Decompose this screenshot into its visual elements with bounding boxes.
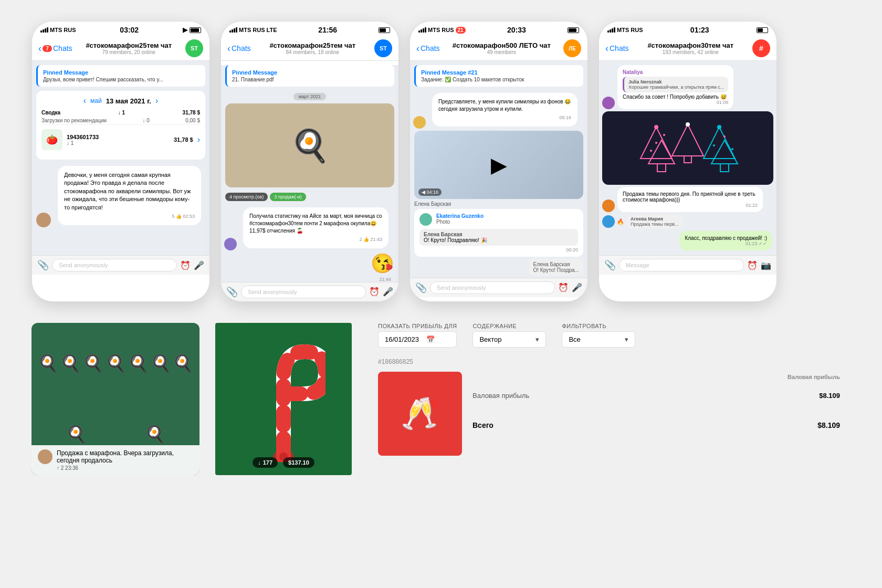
battery-bar-4 [757, 27, 768, 33]
chats-nav-4[interactable]: Chats [610, 44, 629, 52]
back-button-4[interactable]: ‹ Chats [605, 43, 629, 54]
time-2: 21:56 [318, 26, 337, 34]
attach-icon-3[interactable]: 📎 [415, 282, 427, 293]
views-pill-2: 4 просмотр.(ов) [225, 193, 268, 201]
msg-time-3: 00:20 [419, 247, 578, 253]
battery-3 [568, 27, 579, 33]
clock-icon-2[interactable]: ⏰ [369, 287, 380, 297]
reply-txt-3: О! Круто! Поздра... [533, 267, 580, 273]
filter-dropdown[interactable]: Все ▾ [562, 331, 635, 348]
reply-text-3: О! Круто! Поздравляю! 🎉 [424, 237, 574, 243]
chats-nav-3[interactable]: Chats [421, 44, 440, 52]
sales-pill-2: 3 продаж(-и) [270, 193, 306, 201]
chats-nav-label[interactable]: Chats [53, 44, 72, 52]
product-image-candy: ↓ 177 $137.10 [215, 323, 352, 475]
clock-icon-4[interactable]: ⏰ [747, 260, 758, 270]
content-dropdown[interactable]: Вектор ▾ [472, 331, 546, 348]
reply-time-4: 01:09 [623, 100, 728, 105]
time-4: 01:23 [690, 26, 709, 34]
caption-text: Продажа с марафона. Вчера загрузила, сег… [57, 449, 193, 464]
video-time-label: ◀ 04:16 [418, 188, 442, 196]
battery-bar [190, 27, 201, 33]
xmas-time: 01:22 [623, 203, 758, 208]
svg-point-12 [654, 125, 658, 129]
back-button-1[interactable]: ‹ 7 Chats [38, 43, 72, 54]
phone1-content: Pinned Message Друзья, всем привет! Спеш… [32, 61, 209, 255]
send-input-1[interactable]: Send anonymously [52, 259, 177, 271]
date-label-2: март 2021 [293, 93, 327, 100]
carrier-label: MTS RUS [50, 27, 76, 33]
stats-price-header: 31,78 $ [183, 110, 200, 116]
battery-area: ▶ [183, 26, 201, 34]
stats-details: Валовая прибыль Валовая прибыль $8.109 В… [472, 372, 840, 436]
egg-5: 🍳 [128, 353, 149, 373]
clock-icon-1[interactable]: ⏰ [180, 260, 191, 270]
egg-6: 🍳 [150, 353, 171, 373]
total-label: Всего [472, 421, 494, 429]
product-illustration: 🥂 [378, 372, 462, 456]
svg-marker-1 [648, 140, 675, 164]
phone-4: MTS RUS 01:23 ‹ Chats #стокомарафон30тем… [598, 21, 777, 302]
egg-9: 🍳 [144, 424, 165, 444]
mic-icon-2[interactable]: 🎤 [383, 287, 393, 297]
author-name: Елена Барская [414, 201, 451, 207]
pinned-banner-1[interactable]: Pinned Message Друзья, всем привет! Спеш… [36, 65, 205, 87]
fire-msg-text: Продажа темы перв... [631, 222, 678, 227]
likes-icon-2: 👍 [363, 237, 371, 242]
back-arrow-2: ‹ [227, 43, 230, 54]
egg-4: 🍳 [105, 353, 126, 373]
mic-icon-3[interactable]: 🎤 [572, 282, 582, 292]
attach-icon-2[interactable]: 📎 [226, 286, 238, 298]
message-text-1: Девочки, у меня сегодня самая крупная пр… [64, 171, 195, 212]
reply-name-3: Елена Барская [533, 261, 570, 267]
product-detail-arrow[interactable]: › [197, 135, 200, 144]
mic-icon-1[interactable]: 🎤 [194, 260, 204, 270]
next-month-icon[interactable]: › [155, 96, 158, 106]
download-count-pill: ↓ 177 [253, 457, 278, 468]
likes-count-1: 5 [172, 214, 174, 219]
stats-controls: ПОКАЗАТЬ ПРИБЫЛЬ ДЛЯ 16/01/2023 📅 СОДЕРЖ… [378, 323, 840, 348]
egg-7: 🍳 [172, 353, 193, 373]
caption-avatar [38, 449, 52, 464]
attach-icon-4[interactable]: 📎 [604, 259, 616, 271]
status-bar-3: MTS RUS 21 20:33 [410, 22, 587, 36]
product-id-1: 1943601733 [67, 134, 170, 140]
send-input-4[interactable]: Message [619, 259, 744, 271]
product-image-eggs: 🍳 🍳 🍳 🍳 🍳 🍳 🍳 🍳 🍳 Продажа с марафона. Вч… [32, 323, 200, 475]
back-button-3[interactable]: ‹ Chats [416, 43, 440, 54]
signal-icon-3 [418, 27, 426, 33]
chats-nav-2[interactable]: Chats [232, 44, 251, 52]
egg-3: 🍳 [82, 353, 103, 373]
date-picker-control[interactable]: 16/01/2023 📅 [378, 331, 457, 348]
attach-icon-1[interactable]: 📎 [37, 259, 49, 271]
camera-icon-4[interactable]: 📷 [761, 260, 771, 270]
stats-label-svodka: Сводка [41, 110, 60, 116]
clock-icon-3[interactable]: ⏰ [558, 282, 569, 292]
send-input-3[interactable]: Send anonymously [430, 281, 555, 294]
send-bar-3: 📎 Send anonymously ⏰ 🎤 [410, 278, 587, 297]
signal-icon-2 [229, 27, 237, 33]
pinned-banner-3[interactable]: Pinned Message #21 Задание: ✅ Создать 10… [414, 65, 583, 87]
product-id-panel: #186886825 [378, 358, 840, 365]
send-input-2[interactable]: Send anonymously [241, 286, 366, 298]
pinned-banner-2[interactable]: Pinned Message 21. Плавание.pdf [225, 65, 394, 87]
fire-quote-bubble: Агеева Мария Продажа темы перв... [626, 214, 682, 229]
back-arrow-4: ‹ [605, 43, 608, 54]
egg-1: 🍳 [37, 353, 58, 373]
phone-header-2: ‹ Chats #стокомарафон25тем чат 84 member… [221, 36, 398, 61]
filter-field: ФИЛЬТРОВАТЬ Все ▾ [562, 323, 635, 348]
gross-profit-val: $8.109 [819, 392, 840, 400]
task-meta: 09:16 [438, 114, 571, 121]
notification-badge-3: 21 [456, 27, 466, 34]
main-container: MTS RUS 03:02 ▶ ‹ 7 Chats #стоко [0, 0, 882, 496]
pinned-title-1: Pinned Message [43, 69, 200, 76]
final-reply-row: Елена Барская О! Круто! Поздра... [414, 259, 583, 276]
back-button-2[interactable]: ‹ Chats [227, 43, 251, 54]
svg-point-11 [731, 148, 733, 150]
prev-month-icon[interactable]: ‹ [83, 96, 86, 106]
chat-title-block-3: #стокомарафон500 ЛЕТО чат 49 members [444, 41, 559, 55]
carrier-3: MTS RUS [428, 27, 454, 33]
price-value: $137.10 [288, 459, 309, 466]
calendar-icon[interactable]: 📅 [426, 335, 435, 343]
msg-row-1: Девочки, у меня сегодня самая крупная пр… [36, 164, 205, 227]
